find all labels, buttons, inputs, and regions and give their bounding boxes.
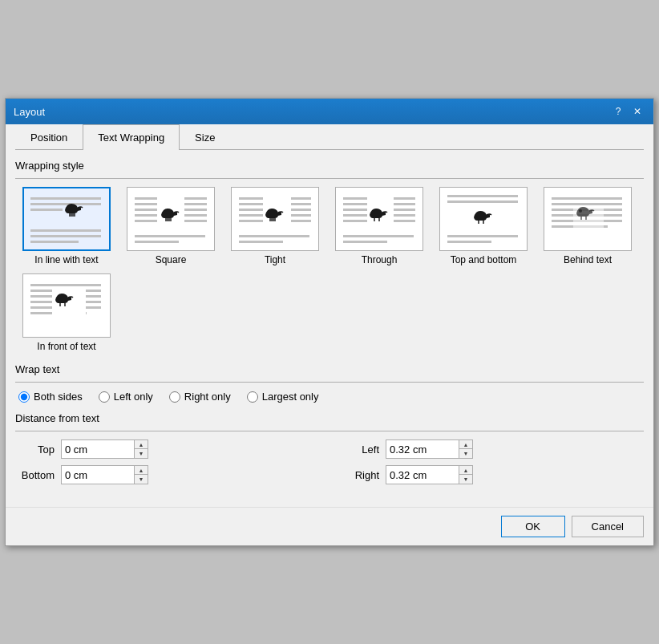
radio-left-only-input[interactable]: [99, 391, 110, 403]
distance-right-down[interactable]: ▼: [459, 475, 472, 484]
distance-right-row: Right ▲ ▼: [343, 465, 644, 484]
svg-rect-47: [447, 195, 518, 197]
distance-right-spinner: ▲ ▼: [386, 465, 473, 484]
distance-top-label: Top: [18, 444, 55, 456]
title-bar: Layout ? ✕: [6, 99, 653, 124]
svg-point-66: [58, 296, 61, 299]
svg-point-3: [67, 206, 71, 209]
wrap-label-topbottom: Top and bottom: [451, 254, 517, 265]
svg-rect-10: [135, 209, 157, 211]
wrap-option-infront[interactable]: In front of text: [18, 273, 115, 352]
svg-rect-27: [291, 203, 311, 205]
radio-left-only[interactable]: Left only: [99, 391, 153, 403]
svg-rect-57: [573, 205, 604, 228]
wrap-option-square[interactable]: Square: [123, 187, 219, 265]
svg-rect-2: [30, 209, 63, 211]
distance-left-spinner: ▲ ▼: [386, 439, 473, 459]
svg-rect-4: [30, 229, 101, 232]
help-button[interactable]: ?: [610, 103, 626, 119]
distance-top-arrows: ▲ ▼: [134, 440, 148, 458]
distance-left-row: Left ▲ ▼: [343, 439, 644, 459]
wrap-icon-square[interactable]: [127, 187, 215, 251]
distance-right-input[interactable]: [386, 466, 459, 484]
radio-right-only-label: Right only: [184, 391, 231, 403]
distance-bottom-input[interactable]: [62, 466, 134, 484]
svg-rect-25: [239, 220, 263, 222]
svg-rect-39: [394, 197, 415, 200]
svg-rect-52: [552, 203, 622, 205]
distance-left-down[interactable]: ▼: [459, 449, 472, 458]
svg-rect-32: [239, 241, 283, 243]
distance-right-up[interactable]: ▲: [459, 466, 472, 475]
distance-left-up[interactable]: ▲: [459, 440, 472, 449]
distance-top-input[interactable]: [62, 440, 134, 458]
tab-text-wrapping[interactable]: Text Wrapping: [83, 124, 180, 150]
svg-point-20: [268, 211, 271, 214]
svg-rect-49: [447, 235, 518, 237]
wrap-label-through: Through: [362, 254, 398, 265]
distance-section: Distance from text Top ▲ ▼ Lef: [15, 412, 644, 484]
tab-size[interactable]: Size: [180, 124, 230, 150]
title-bar-controls: ? ✕: [610, 103, 645, 119]
wrap-text-section: Wrap text Both sides Left only Right onl…: [15, 363, 644, 403]
svg-rect-42: [394, 214, 415, 217]
radio-largest-only[interactable]: Largest only: [247, 391, 319, 403]
wrap-option-tight[interactable]: Tight: [227, 187, 323, 265]
distance-right-label: Right: [343, 469, 379, 481]
svg-rect-8: [135, 197, 157, 200]
svg-point-33: [372, 211, 375, 214]
svg-rect-9: [135, 203, 157, 205]
svg-rect-50: [447, 241, 491, 243]
wrap-icon-behind[interactable]: [544, 187, 632, 251]
radio-both-sides[interactable]: Both sides: [18, 391, 83, 403]
svg-rect-41: [394, 209, 415, 211]
wrap-icon-topbottom[interactable]: [439, 187, 528, 251]
cancel-button[interactable]: Cancel: [572, 516, 644, 537]
radio-largest-only-input[interactable]: [247, 391, 258, 403]
wrap-label-inline: In line with text: [34, 254, 98, 265]
svg-rect-36: [343, 209, 367, 211]
tab-position[interactable]: Position: [15, 124, 83, 150]
svg-rect-37: [343, 214, 367, 217]
radio-both-sides-input[interactable]: [18, 391, 30, 403]
distance-bottom-label: Bottom: [18, 469, 55, 481]
svg-rect-30: [291, 220, 311, 222]
distance-top-down[interactable]: ▼: [135, 449, 148, 458]
svg-rect-11: [135, 214, 157, 217]
distance-grid: Top ▲ ▼ Left ▲: [15, 439, 644, 484]
svg-rect-15: [184, 209, 207, 211]
svg-point-46: [476, 213, 479, 217]
svg-rect-1: [30, 203, 101, 205]
tab-bar: Position Text Wrapping Size: [15, 124, 644, 150]
distance-left-input[interactable]: [386, 440, 459, 458]
wrap-label-behind: Behind text: [564, 254, 612, 265]
wrap-icon-tight[interactable]: [231, 187, 319, 251]
wrap-icon-through[interactable]: [335, 187, 423, 251]
close-button[interactable]: ✕: [629, 103, 645, 119]
wrap-option-inline[interactable]: In line with text: [18, 187, 115, 265]
radio-right-only-input[interactable]: [169, 391, 180, 403]
svg-rect-28: [291, 209, 311, 211]
wrap-option-topbottom[interactable]: Top and bottom: [435, 187, 532, 265]
distance-bottom-arrows: ▲ ▼: [134, 466, 148, 484]
radio-right-only[interactable]: Right only: [169, 391, 231, 403]
svg-rect-43: [394, 220, 415, 222]
distance-bottom-down[interactable]: ▼: [135, 475, 148, 484]
svg-rect-23: [239, 209, 263, 211]
svg-rect-51: [552, 197, 622, 200]
ok-button[interactable]: OK: [501, 516, 565, 537]
distance-top-up[interactable]: ▲: [135, 440, 148, 449]
svg-rect-24: [239, 214, 263, 217]
distance-left-label: Left: [343, 444, 379, 456]
wrap-option-behind[interactable]: Behind text: [540, 187, 636, 265]
svg-rect-35: [343, 203, 367, 205]
wrap-icon-infront[interactable]: [22, 273, 111, 338]
layout-dialog: Layout ? ✕ Position Text Wrapping Size W…: [5, 98, 654, 546]
svg-rect-21: [239, 197, 263, 200]
distance-bottom-row: Bottom ▲ ▼: [18, 465, 319, 484]
distance-bottom-up[interactable]: ▲: [135, 466, 148, 475]
dialog-content: Position Text Wrapping Size Wrapping sty…: [6, 124, 653, 507]
wrap-option-through[interactable]: Through: [331, 187, 427, 265]
wrap-label-square: Square: [156, 254, 187, 265]
wrap-icon-inline[interactable]: [22, 187, 111, 251]
